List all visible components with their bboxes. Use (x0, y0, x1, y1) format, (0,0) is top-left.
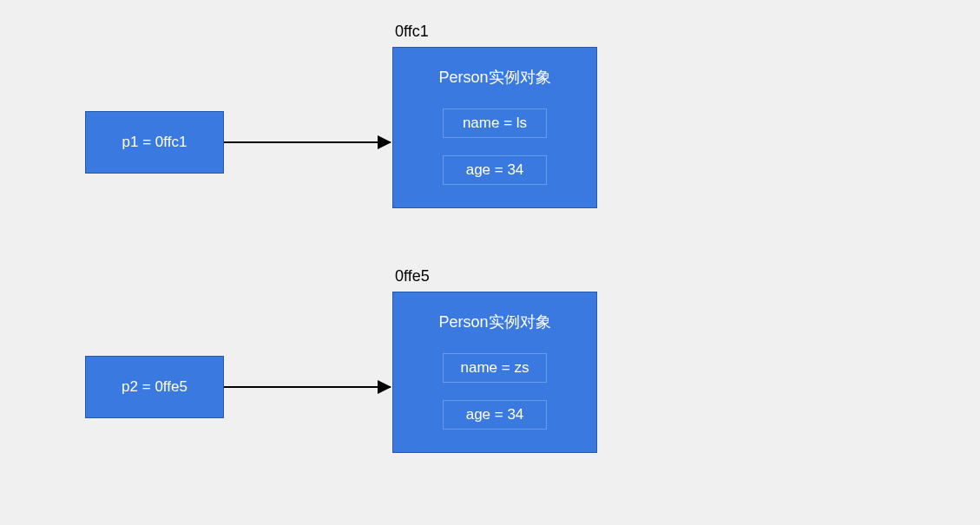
object2-field-name: name = zs (443, 353, 547, 383)
object1-field-name: name = ls (443, 108, 547, 138)
arrow-p2-to-obj2 (224, 386, 391, 388)
object1-box: Person实例对象 name = ls age = 34 (392, 47, 597, 208)
object1-field-age: age = 34 (443, 155, 547, 185)
object2-field-age: age = 34 (443, 400, 547, 430)
arrow-p1-to-obj1 (224, 141, 391, 143)
object2-title: Person实例对象 (407, 312, 582, 332)
pointer-p1-label: p1 = 0ffc1 (122, 134, 187, 151)
object1-title: Person实例对象 (407, 67, 582, 88)
object2-box: Person实例对象 name = zs age = 34 (392, 292, 597, 453)
pointer-p2-label: p2 = 0ffe5 (122, 378, 187, 396)
pointer-p1: p1 = 0ffc1 (85, 111, 224, 174)
object1-address: 0ffc1 (395, 23, 429, 41)
object2-address: 0ffe5 (395, 267, 430, 285)
pointer-p2: p2 = 0ffe5 (85, 356, 224, 418)
